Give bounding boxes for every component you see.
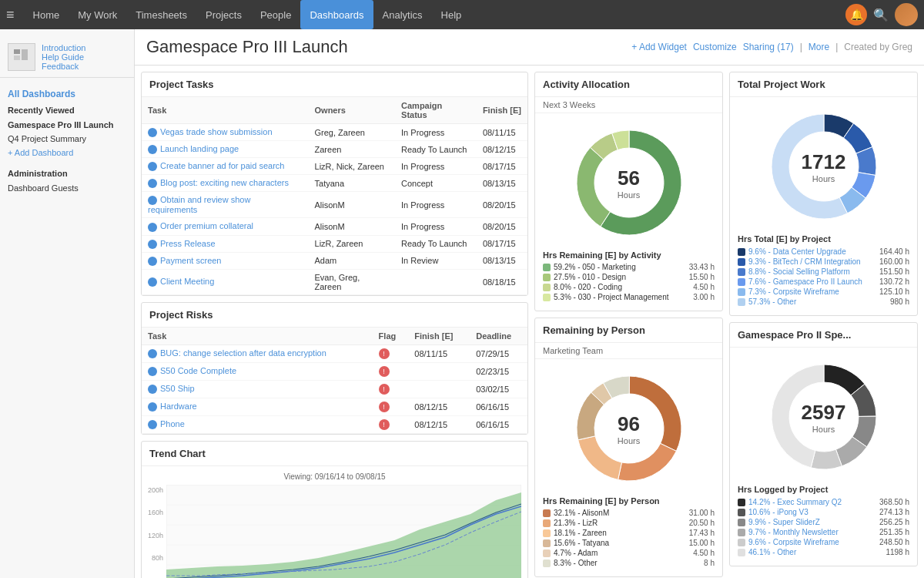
legend-link[interactable]: 9.6% - Corpsite Wireframe xyxy=(748,538,839,546)
introduction-link[interactable]: Introduction xyxy=(42,43,85,52)
risk-row: Hardware ! 08/12/15 06/16/15 xyxy=(142,398,527,415)
remaining-hours: 96 xyxy=(618,412,640,436)
gamespace-ii-center: 2597 Hours xyxy=(802,401,846,434)
legend-item: 32.1% - AlisonM 31.00 h xyxy=(543,509,715,517)
feedback-link[interactable]: Feedback xyxy=(42,62,85,71)
user-avatar[interactable] xyxy=(895,3,918,26)
legend-link[interactable]: 8.8% - Social Selling Platform xyxy=(748,267,850,276)
legend-color xyxy=(543,560,551,567)
total-work-donut: 1712 Hours xyxy=(766,109,882,224)
task-row: Launch landing page Zareen Ready To Laun… xyxy=(142,141,527,158)
legend-item: 9.6% - Data Center Upgrade 164.40 h xyxy=(738,247,909,256)
nav-right: 🔔 🔍 xyxy=(845,3,918,26)
risk-task-link[interactable]: Phone xyxy=(160,419,185,428)
legend-color xyxy=(543,529,551,537)
nav-people[interactable]: People xyxy=(251,0,300,29)
nav-help[interactable]: Help xyxy=(432,0,471,29)
sidebar: Introduction Help Guide Feedback All Das… xyxy=(0,29,135,578)
legend-link[interactable]: 9.6% - Data Center Upgrade xyxy=(748,247,846,256)
task-link[interactable]: Payment screen xyxy=(160,256,221,265)
sidebar-help-section: Introduction Help Guide Feedback xyxy=(0,37,134,78)
customize-link[interactable]: Customize xyxy=(693,42,737,52)
legend-value: 130.72 h xyxy=(879,277,909,286)
legend-link[interactable]: 46.1% - Other xyxy=(748,548,796,556)
finish-col-header: Finish [E] xyxy=(477,97,527,124)
remaining-header: Remaining by Person xyxy=(535,318,722,343)
activity-donut-container: 56 Hours xyxy=(535,113,722,247)
legend-item: 9.6% - Corpsite Wireframe 248.50 h xyxy=(738,538,909,546)
more-separator2: | xyxy=(835,42,838,52)
legend-link[interactable]: 9.3% - BitTech / CRM Integration xyxy=(748,257,861,266)
legend-color xyxy=(738,549,745,556)
risk-task-link[interactable]: S50 Ship xyxy=(160,384,195,393)
legend-link[interactable]: 57.3% - Other xyxy=(748,297,796,306)
legend-link[interactable]: 7.6% - Gamespace Pro II Launch xyxy=(748,277,862,286)
task-link[interactable]: Blog post: exciting new characters xyxy=(160,178,289,187)
task-table: Task Owners Campaign Status Finish [E] V… xyxy=(142,97,527,295)
task-link[interactable]: Vegas trade show submission xyxy=(160,127,273,136)
notification-icon[interactable]: 🔔 xyxy=(845,4,867,25)
all-dashboards-title[interactable]: All Dashboards xyxy=(0,84,134,102)
legend-link[interactable]: 7.3% - Corpsite Wireframe xyxy=(748,287,839,296)
search-icon[interactable]: 🔍 xyxy=(873,8,889,22)
owners-col-header: Owners xyxy=(309,97,396,124)
sidebar-item-gamespace[interactable]: Gamespace Pro III Launch xyxy=(0,118,134,132)
legend-link[interactable]: 14.2% - Exec Summary Q2 xyxy=(748,498,842,506)
nav-projects[interactable]: Projects xyxy=(196,0,251,29)
legend-color xyxy=(543,509,551,517)
risk-task-link[interactable]: BUG: change selection after data encrypt… xyxy=(160,348,326,358)
legend-color xyxy=(543,274,551,281)
sharing-link[interactable]: Sharing (17) xyxy=(743,42,794,52)
legend-link[interactable]: 10.6% - iPong V3 xyxy=(748,508,808,516)
legend-item: 8.8% - Social Selling Platform 151.50 h xyxy=(738,267,909,276)
task-link[interactable]: Order premium collateral xyxy=(160,221,253,230)
task-row: Order premium collateral AlisonM In Prog… xyxy=(142,218,527,235)
task-link[interactable]: Launch landing page xyxy=(160,144,239,153)
nav-timesheets[interactable]: Timesheets xyxy=(126,0,196,29)
add-dashboard-link[interactable]: + Add Dashboard xyxy=(0,146,134,160)
total-work-legend-title: Hrs Total [E] by Project xyxy=(738,234,909,244)
sidebar-item-dashboard-guests[interactable]: Dashboard Guests xyxy=(0,181,134,195)
legend-value: 164.40 h xyxy=(879,247,909,256)
nav-dashboards[interactable]: Dashboards xyxy=(300,0,373,29)
status-col-header: Campaign Status xyxy=(395,97,477,124)
activity-hours: 56 xyxy=(618,166,640,190)
legend-value: 274.13 h xyxy=(879,508,909,516)
legend-item: 15.6% - Tatyana 15.00 h xyxy=(543,539,715,547)
risk-task-link[interactable]: S50 Code Complete xyxy=(160,366,236,375)
hamburger-menu[interactable]: ≡ xyxy=(6,7,15,23)
more-link[interactable]: More xyxy=(808,42,829,52)
legend-color xyxy=(738,288,745,296)
help-guide-link[interactable]: Help Guide xyxy=(42,52,85,62)
total-work-label: Hours xyxy=(802,174,846,183)
gamespace-ii-legend-title: Hrs Logged by Project xyxy=(738,485,909,494)
risk-task-link[interactable]: Hardware xyxy=(160,402,197,411)
legend-value: 17.43 h xyxy=(689,529,715,537)
legend-value: 1198 h xyxy=(886,548,909,556)
sidebar-item-q4[interactable]: Q4 Project Summary xyxy=(0,132,134,146)
legend-color xyxy=(738,539,745,546)
top-navigation: ≡ Home My Work Timesheets Projects Peopl… xyxy=(0,0,924,29)
add-widget-link[interactable]: + Add Widget xyxy=(631,42,687,52)
nav-analytics[interactable]: Analytics xyxy=(373,0,432,29)
nav-items: Home My Work Timesheets Projects People … xyxy=(24,0,845,29)
legend-item: 59.2% - 050 - Marketing 33.43 h xyxy=(543,263,715,271)
trend-chart-area: Viewing: 09/16/14 to 09/08/15 200h160h12… xyxy=(142,466,527,578)
help-icon xyxy=(8,43,35,71)
task-link[interactable]: Press Release xyxy=(160,239,216,248)
flag-icon: ! xyxy=(379,366,390,377)
activity-allocation-header: Activity Allocation xyxy=(535,72,722,97)
activity-legend: Hrs Remaining [E] by Activity 59.2% - 05… xyxy=(535,247,722,311)
nav-mywork[interactable]: My Work xyxy=(69,0,126,29)
task-link[interactable]: Client Meeting xyxy=(160,277,214,286)
legend-link[interactable]: 9.7% - Monthly Newsletter xyxy=(748,528,839,536)
legend-value: 151.50 h xyxy=(879,267,909,276)
legend-value: 368.50 h xyxy=(879,498,909,506)
legend-link[interactable]: 9.9% - Super SliderZ xyxy=(748,518,820,526)
task-link[interactable]: Obtain and review show requirements xyxy=(148,195,250,214)
task-link[interactable]: Create banner ad for paid search xyxy=(160,161,284,170)
trend-chart-widget: Trend Chart Viewing: 09/16/14 to 09/08/1… xyxy=(141,441,528,578)
remaining-center: 96 Hours xyxy=(618,412,640,445)
flag-icon: ! xyxy=(379,384,390,395)
nav-home[interactable]: Home xyxy=(24,0,69,29)
